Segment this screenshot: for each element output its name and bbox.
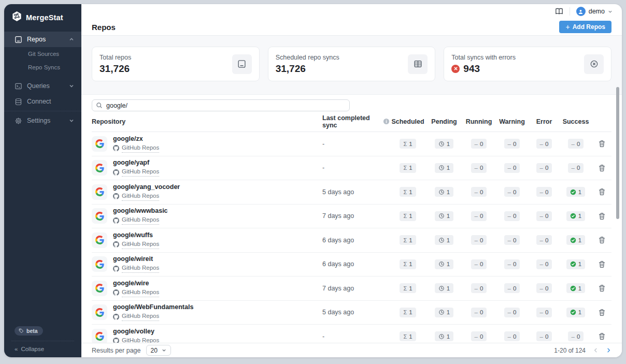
add-repos-button[interactable]: + Add Repos <box>559 21 611 33</box>
sidebar-item-connect[interactable]: Connect <box>4 94 81 109</box>
repo-provider-link[interactable]: GitHub Repos <box>113 216 159 225</box>
collapse-button[interactable]: « Collapse <box>11 341 74 352</box>
success-check-icon <box>570 261 576 267</box>
repo-card-icon <box>232 54 252 74</box>
github-icon <box>113 169 119 176</box>
repo-provider-link[interactable]: GitHub Repos <box>113 144 159 153</box>
sidebar-item-label: Queries <box>27 82 50 90</box>
trash-button[interactable] <box>598 332 606 340</box>
scheduled-badge: Σ1 <box>400 259 416 269</box>
table-card-icon <box>408 54 428 74</box>
trash-button[interactable] <box>598 212 606 220</box>
repo-name-link[interactable]: google/zx <box>113 135 159 142</box>
search-input[interactable] <box>92 99 350 111</box>
col-error: Error <box>529 118 560 125</box>
scheduled-badge: Σ1 <box>400 308 416 317</box>
repo-provider-link[interactable]: GitHub Repos <box>113 240 159 249</box>
warning-badge: –0 <box>504 259 520 269</box>
pending-badge: 1 <box>435 283 453 293</box>
error-badge-icon <box>451 65 460 73</box>
trash-button[interactable] <box>598 284 606 292</box>
scrollbar-thumb[interactable] <box>616 87 619 219</box>
repo-name-link[interactable]: google/wireit <box>113 255 159 263</box>
success-badge: –0 <box>568 139 584 149</box>
trash-button[interactable] <box>598 188 606 196</box>
sidebar-item-queries[interactable]: Queries <box>4 78 81 94</box>
error-badge: –0 <box>536 139 552 149</box>
trash-button[interactable] <box>598 140 606 148</box>
error-circle-card-icon <box>584 54 604 74</box>
collapse-icon: « <box>15 346 18 352</box>
clock-icon <box>438 285 445 292</box>
page-size-select[interactable]: 20 <box>146 345 171 356</box>
user-menu[interactable]: demo <box>576 7 613 16</box>
trash-button[interactable] <box>598 164 606 172</box>
repo-name-link[interactable]: google/yapf <box>113 159 159 166</box>
col-repository: Repository <box>92 118 322 125</box>
repo-provider-link[interactable]: GitHub Repos <box>113 192 159 201</box>
github-icon <box>113 266 119 272</box>
repo-name-link[interactable]: google/wuffs <box>113 231 159 239</box>
github-icon <box>113 338 119 343</box>
dash-icon: – <box>508 189 511 195</box>
warning-badge: –0 <box>504 211 520 221</box>
running-badge: –0 <box>471 163 487 173</box>
col-warning: Warning <box>495 118 529 125</box>
dash-icon: – <box>540 189 543 195</box>
warning-badge: –0 <box>504 308 520 317</box>
dash-icon: – <box>508 309 511 315</box>
sidebar-item-repos[interactable]: Repos <box>4 32 81 47</box>
sidebar-item-git-sources[interactable]: Git Sources <box>4 47 81 61</box>
last-sync-value: - <box>322 164 390 171</box>
stat-card-sync-errors: Total syncs with errors 943 <box>444 47 611 81</box>
last-sync-value: 6 days ago <box>322 260 390 268</box>
repo-name-link[interactable]: google/wire <box>113 280 159 287</box>
google-logo-icon <box>92 232 107 248</box>
table-row: google/zx GitHub Repos - Σ1 1 –0 –0 –0 –… <box>92 132 611 156</box>
chevron-down-icon <box>162 348 166 353</box>
dash-icon: – <box>540 141 543 147</box>
google-logo-icon <box>92 329 107 343</box>
topbar: demo <box>81 4 622 19</box>
sigma-icon: Σ <box>403 213 407 219</box>
chevron-right-icon[interactable] <box>606 347 611 353</box>
chevron-left-icon[interactable] <box>593 347 599 353</box>
sidebar-item-label: Settings <box>27 117 50 124</box>
running-badge: –0 <box>471 139 487 149</box>
dash-icon: – <box>572 141 575 147</box>
repo-provider-link[interactable]: GitHub Repos <box>113 264 159 273</box>
github-icon <box>113 241 119 247</box>
success-badge: –1 <box>566 235 585 245</box>
repo-provider-link[interactable]: GitHub Repos <box>113 288 159 297</box>
results-per-page-label: Results per page <box>92 347 141 354</box>
dash-icon: – <box>508 213 511 219</box>
dash-icon: – <box>475 141 478 147</box>
success-badge: –1 <box>566 259 585 269</box>
repo-provider-link[interactable]: GitHub Repos <box>113 168 159 177</box>
dash-icon: – <box>572 333 575 340</box>
last-sync-value: 7 days ago <box>322 212 390 220</box>
trash-button[interactable] <box>598 236 606 244</box>
main-panel: demo Repos + Add Repos Total repos 31,72… <box>81 4 622 357</box>
dash-icon: – <box>475 165 478 171</box>
repo-name-link[interactable]: google/WebFundamentals <box>113 303 193 311</box>
table-row: google/wireit GitHub Repos 6 days ago Σ1… <box>92 253 611 277</box>
repo-provider-link[interactable]: GitHub Repos <box>113 337 159 343</box>
warning-badge: –0 <box>504 187 520 197</box>
repo-name-link[interactable]: google/volley <box>113 328 159 335</box>
repo-name-link[interactable]: google/yang_vocoder <box>113 183 180 191</box>
warning-badge: –0 <box>504 331 520 341</box>
trash-button[interactable] <box>598 260 606 268</box>
trash-button[interactable] <box>598 309 606 316</box>
clock-icon <box>438 213 445 219</box>
repo-name-link[interactable]: google/wwwbasic <box>113 207 168 214</box>
sigma-icon: Σ <box>403 237 407 243</box>
error-badge: –0 <box>536 211 552 221</box>
mergestat-logo-icon <box>11 11 22 24</box>
sidebar-item-repo-syncs[interactable]: Repo Syncs <box>4 61 81 74</box>
sidebar-item-settings[interactable]: Settings <box>4 113 81 128</box>
docs-book-icon[interactable] <box>555 7 563 16</box>
info-icon[interactable] <box>383 118 390 125</box>
brand-home-link[interactable]: MergeStat <box>4 4 81 32</box>
repo-provider-link[interactable]: GitHub Repos <box>113 312 159 321</box>
